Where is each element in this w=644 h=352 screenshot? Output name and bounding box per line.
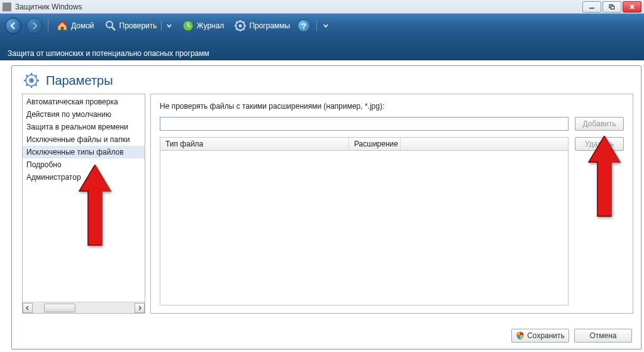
subtitle-strip: Защита от шпионских и потенциально опасн…: [0, 38, 644, 60]
svg-rect-2: [611, 6, 614, 9]
sidebar-item-label: Администратор: [26, 173, 81, 182]
sidebar-item-label: Защита в реальном времени: [26, 123, 128, 131]
page-header: Параметры: [12, 66, 641, 94]
svg-point-5: [106, 21, 113, 28]
shield-icon: [516, 331, 525, 340]
sidebar-hscrollbar[interactable]: [23, 302, 145, 313]
toolbar-home[interactable]: Домой: [53, 18, 97, 33]
clock-icon: [182, 19, 194, 32]
svg-line-25: [35, 84, 37, 86]
maximize-button[interactable]: [602, 1, 621, 13]
sidebar-item-label: Действия по умолчанию: [26, 110, 111, 119]
table-buttons: Удалить: [575, 137, 624, 305]
instruction-text: Не проверять файлы с такими расширениями…: [160, 102, 624, 111]
sidebar-item-label: Автоматическая проверка: [26, 97, 118, 106]
chevron-down-icon[interactable]: [323, 23, 328, 28]
settings-pane: Не проверять файлы с такими расширениями…: [150, 94, 633, 314]
svg-line-27: [35, 75, 37, 77]
gear-icon: [234, 19, 247, 32]
svg-line-16: [236, 29, 238, 30]
window-title: Защитник Windows: [15, 3, 582, 11]
settings-sidebar: Автоматическая проверка Действия по умол…: [22, 94, 145, 314]
sidebar-item-excluded-types[interactable]: Исключенные типы файлов: [23, 146, 145, 158]
help-button[interactable]: ?: [297, 19, 310, 32]
sidebar-item-autoscan[interactable]: Автоматическая проверка: [23, 96, 145, 108]
scroll-left-button[interactable]: [23, 303, 33, 313]
scroll-right-button[interactable]: [135, 303, 145, 313]
sidebar-item-label: Исключенные типы файлов: [26, 148, 124, 157]
add-row: Добавить: [160, 117, 624, 131]
toolbar-history-label: Журнал: [197, 21, 225, 30]
toolbar-programs-label: Программы: [249, 21, 290, 30]
chevron-down-icon[interactable]: [167, 23, 172, 28]
svg-line-14: [236, 22, 238, 23]
magnifier-icon: [104, 19, 117, 32]
extension-input[interactable]: [160, 117, 569, 131]
toolbar-home-label: Домой: [71, 21, 94, 30]
main-panel: Параметры Автоматическая проверка Действ…: [11, 65, 641, 349]
svg-line-26: [26, 84, 28, 86]
scroll-track[interactable]: [33, 303, 135, 313]
add-button[interactable]: Добавить: [575, 117, 624, 131]
toolbar-scan[interactable]: Проверить: [102, 18, 174, 33]
svg-point-19: [30, 79, 34, 83]
gear-icon: [23, 72, 40, 89]
app-icon: [3, 3, 11, 11]
col-extension[interactable]: Расширение: [349, 138, 401, 150]
col-filetype[interactable]: Тип файла: [160, 138, 349, 150]
page-title: Параметры: [46, 74, 113, 88]
sidebar-item-advanced[interactable]: Подробно: [23, 158, 145, 171]
svg-line-6: [112, 27, 115, 30]
home-icon: [56, 19, 69, 32]
save-button[interactable]: Сохранить: [511, 329, 569, 343]
window-controls: [582, 1, 641, 13]
minimize-button[interactable]: [582, 1, 601, 13]
toolbar-separator: [316, 21, 317, 31]
remove-button[interactable]: Удалить: [575, 137, 624, 151]
titlebar: Защитник Windows: [0, 0, 644, 14]
sidebar-item-defaults[interactable]: Действия по умолчанию: [23, 108, 145, 121]
toolbar-separator: [161, 21, 162, 31]
sidebar-item-admin[interactable]: Администратор: [23, 171, 145, 184]
svg-line-17: [243, 22, 245, 23]
cancel-button[interactable]: Отмена: [574, 329, 632, 343]
sidebar-item-excluded-files[interactable]: Исключенные файлы и папки: [23, 133, 145, 146]
svg-point-9: [239, 25, 242, 28]
sidebar-item-realtime[interactable]: Защита в реальном времени: [23, 121, 145, 133]
table-wrap: Тип файла Расширение Удалить: [160, 137, 624, 305]
content-row: Автоматическая проверка Действия по умол…: [12, 94, 641, 345]
subtitle-text: Защита от шпионских и потенциально опасн…: [8, 49, 209, 58]
svg-line-24: [26, 75, 28, 77]
toolbar-scan-label: Проверить: [119, 21, 157, 30]
toolbar-programs[interactable]: Программы: [231, 18, 292, 33]
sidebar-item-label: Подробно: [26, 160, 62, 169]
svg-line-15: [243, 29, 245, 30]
col-spacer: [401, 138, 568, 150]
save-label: Сохранить: [527, 331, 565, 340]
sidebar-item-label: Исключенные файлы и папки: [26, 135, 130, 144]
extensions-table: Тип файла Расширение: [160, 137, 569, 305]
table-header: Тип файла Расширение: [160, 138, 568, 151]
close-button[interactable]: [623, 1, 641, 13]
table-body: [160, 151, 568, 305]
toolbar-separator: [48, 18, 48, 33]
footer-buttons: Сохранить Отмена: [511, 329, 632, 343]
nav-back-button[interactable]: [5, 18, 21, 34]
nav-forward-button[interactable]: [26, 18, 43, 34]
toolbar: Домой Проверить Журнал Программы ?: [0, 14, 644, 38]
scroll-thumb[interactable]: [44, 304, 75, 312]
sidebar-list: Автоматическая проверка Действия по умол…: [23, 94, 145, 302]
toolbar-history[interactable]: Журнал: [179, 18, 227, 33]
